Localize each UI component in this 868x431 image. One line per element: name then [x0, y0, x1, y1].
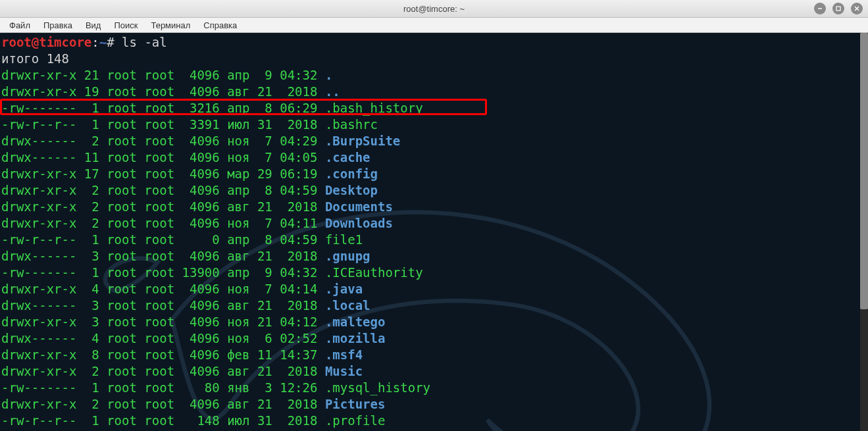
file-name: Pictures: [325, 397, 386, 411]
file-name: Desktop: [325, 183, 378, 197]
file-name: .BurpSuite: [325, 134, 400, 148]
file-info: drwxr-xr-x 2 root root 4096 авг 21 2018: [1, 199, 325, 214]
list-item: drwx------ 2 root root 4096 ноя 7 04:29 …: [1, 133, 859, 149]
file-info: drwxr-xr-x 21 root root 4096 апр 9 04:32: [1, 68, 325, 82]
list-item: drwxr-xr-x 21 root root 4096 апр 9 04:32…: [1, 67, 859, 84]
menu-terminal[interactable]: Терминал: [145, 19, 195, 32]
file-name: .: [325, 68, 332, 82]
menubar: Файл Правка Вид Поиск Терминал Справка: [0, 18, 868, 33]
file-name: .msf4: [325, 347, 363, 362]
menu-search[interactable]: Поиск: [109, 19, 143, 32]
list-item: drwxr-xr-x 3 root root 4096 ноя 21 04:12…: [1, 314, 859, 330]
list-item: drwxr-xr-x 8 root root 4096 фев 11 14:37…: [1, 347, 859, 363]
minimize-button[interactable]: [814, 3, 826, 14]
list-item: -rw------- 1 root root 13900 апр 9 04:32…: [1, 265, 859, 281]
file-info: -rw-r--r-- 1 root root 3391 июл 31 2018: [1, 117, 325, 132]
file-name: ..: [325, 84, 340, 99]
prompt-cwd: ~: [99, 35, 107, 49]
menu-edit[interactable]: Правка: [38, 19, 78, 32]
list-item: drwxr-xr-x 17 root root 4096 мар 29 06:1…: [1, 166, 859, 182]
list-item: drwxr-xr-x 2 root root 4096 авг 21 2018 …: [1, 363, 859, 380]
list-item: drwxr-xr-x 19 root root 4096 авг 21 2018…: [1, 84, 859, 100]
file-name: .cache: [325, 150, 370, 165]
file-name: .gnupg: [325, 249, 370, 263]
list-item: drwxr-xr-x 2 root root 4096 ноя 7 04:11 …: [1, 215, 859, 232]
file-info: -rw------- 1 root root 13900 апр 9 04:32: [1, 265, 325, 280]
file-name: .bashrc: [325, 117, 378, 132]
file-name: .mozilla: [325, 331, 386, 345]
file-name: .ICEauthority: [325, 265, 423, 280]
prompt-colon: :: [91, 35, 99, 49]
terminal-window: root@timcore: ~ Файл Правка Вид Поиск Те…: [0, 0, 868, 431]
list-item: drwx------ 3 root root 4096 авг 21 2018 …: [1, 297, 859, 314]
file-info: drwxr-xr-x 2 root root 4096 ноя 7 04:11: [1, 216, 325, 230]
file-info: drwxr-xr-x 8 root root 4096 фев 11 14:37: [1, 347, 325, 362]
titlebar: root@timcore: ~: [0, 0, 868, 18]
file-name: .config: [325, 166, 378, 181]
list-item: -rw-r--r-- 1 root root 148 июл 31 2018 .…: [1, 413, 859, 429]
file-info: drwxr-xr-x 4 root root 4096 ноя 7 04:14: [1, 282, 325, 296]
file-info: drwx------ 11 root root 4096 ноя 7 04:05: [1, 150, 325, 165]
prompt-hash: #: [107, 35, 114, 49]
prompt-user: root@timcore: [1, 35, 91, 49]
file-name: Music: [325, 364, 363, 378]
file-name: .bash_history: [325, 101, 423, 115]
list-item: drwxr-xr-x 2 root root 4096 авг 21 2018 …: [1, 396, 859, 413]
file-name: file1: [325, 232, 363, 247]
list-item: -rw------- 1 root root 80 янв 3 12:26 .m…: [1, 380, 859, 396]
file-info: drwxr-xr-x 2 root root 4096 авг 21 2018: [1, 364, 325, 378]
file-info: drwxr-xr-x 2 root root 4096 апр 8 04:59: [1, 183, 325, 197]
file-info: -rw------- 1 root root 3216 апр 8 06:29: [1, 101, 325, 115]
file-info: drwxr-xr-x 3 root root 4096 ноя 21 04:12: [1, 315, 325, 329]
ls-total: итого 148: [1, 51, 859, 67]
close-button[interactable]: [851, 3, 863, 14]
file-name: .java: [325, 282, 363, 296]
prompt-command: ls -al: [122, 35, 167, 49]
list-item: drwxr-xr-x 4 root root 4096 ноя 7 04:14 …: [1, 281, 859, 297]
prompt-line: root@timcore:~# ls -al: [1, 34, 859, 51]
file-info: -rw------- 1 root root 80 янв 3 12:26: [1, 380, 325, 395]
file-info: drwx------ 3 root root 4096 авг 21 2018: [1, 249, 325, 263]
maximize-button[interactable]: [832, 3, 844, 14]
file-name: .mysql_history: [325, 380, 430, 395]
file-info: drwxr-xr-x 2 root root 4096 авг 21 2018: [1, 397, 325, 411]
file-name: .maltego: [325, 315, 386, 329]
menu-file[interactable]: Файл: [4, 19, 36, 32]
file-info: drwxr-xr-x 17 root root 4096 мар 29 06:1…: [1, 166, 325, 181]
svg-rect-1: [836, 7, 840, 11]
menu-view[interactable]: Вид: [80, 19, 107, 32]
list-item: -rw-r--r-- 1 root root 0 апр 8 04:59 fil…: [1, 232, 859, 248]
file-info: drwxr-xr-x 19 root root 4096 авг 21 2018: [1, 84, 325, 99]
list-item: drwx------ 3 root root 4096 авг 21 2018 …: [1, 248, 859, 265]
terminal-wrapper: root@timcore:~# ls -al итого 148 drwxr-x…: [0, 33, 868, 431]
file-name: .local: [325, 298, 370, 313]
list-item: -rw------- 1 root root 3216 апр 8 06:29 …: [1, 100, 859, 116]
scrollbar-thumb[interactable]: [860, 33, 868, 309]
file-info: -rw-r--r-- 1 root root 0 апр 8 04:59: [1, 232, 325, 247]
file-info: drwx------ 2 root root 4096 ноя 7 04:29: [1, 134, 325, 148]
window-controls: [814, 3, 863, 14]
menu-help[interactable]: Справка: [198, 19, 242, 32]
terminal-area[interactable]: root@timcore:~# ls -al итого 148 drwxr-x…: [0, 33, 860, 431]
file-name: .profile: [325, 413, 386, 428]
list-item: drwx------ 4 root root 4096 ноя 6 02:52 …: [1, 330, 859, 347]
window-title: root@timcore: ~: [0, 4, 868, 14]
list-item: drwxr-xr-x 2 root root 4096 авг 21 2018 …: [1, 199, 859, 215]
scrollbar[interactable]: [860, 33, 868, 431]
list-item: -rw-r--r-- 1 root root 3391 июл 31 2018 …: [1, 116, 859, 133]
list-item: drwxr-xr-x 2 root root 4096 апр 8 04:59 …: [1, 182, 859, 199]
file-info: drwx------ 4 root root 4096 ноя 6 02:52: [1, 331, 325, 345]
list-item: drwx------ 11 root root 4096 ноя 7 04:05…: [1, 149, 859, 166]
file-name: Documents: [325, 199, 393, 214]
file-info: -rw-r--r-- 1 root root 148 июл 31 2018: [1, 413, 325, 428]
file-listing: drwxr-xr-x 21 root root 4096 апр 9 04:32…: [1, 67, 859, 429]
file-info: drwx------ 3 root root 4096 авг 21 2018: [1, 298, 325, 313]
file-name: Downloads: [325, 216, 393, 230]
